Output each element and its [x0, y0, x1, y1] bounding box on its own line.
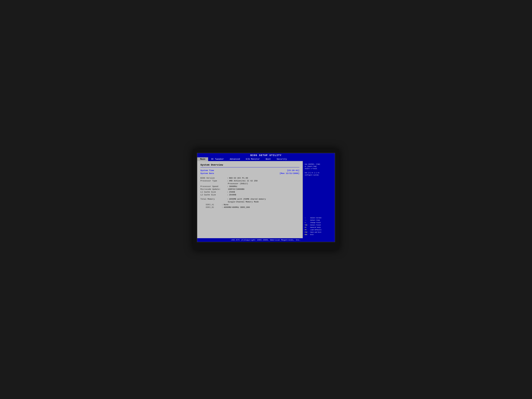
- microcode-update-label: Microcode Update:: [200, 188, 227, 190]
- processor-speed-colon: :: [227, 185, 228, 188]
- nav-item-security[interactable]: Security: [274, 157, 290, 161]
- ddr3-a1-colon: :: [222, 204, 223, 206]
- key-symbol-f10: F10: [305, 231, 310, 233]
- l1-cache-label: L1 Cache Size: [200, 191, 227, 193]
- key-symbol-tab: Tab: [305, 224, 310, 226]
- processor-type-extra: Processor (64bit): [228, 183, 299, 185]
- l2-cache-value: 2048KB: [229, 194, 236, 196]
- system-time-label: System Time: [200, 169, 214, 172]
- key-desc-updown: Select Item: [310, 219, 320, 221]
- system-time-row: System Time [23:29:41]: [200, 169, 299, 172]
- main-panel: System Overview System Time [23:29:41] S…: [197, 161, 303, 238]
- processor-type-value: AMD Athlon(tm) II X2 250: [229, 180, 258, 182]
- l1-cache-colon: :: [227, 191, 228, 193]
- help-line-2: or [SHIFT-TAB]: [305, 165, 333, 168]
- bios-version-label: BIOS Version: [200, 177, 227, 179]
- l2-cache-colon: :: [227, 194, 228, 196]
- key-symbol-updown: ↑↓: [305, 219, 310, 221]
- help-line-4: Use [+] or [-] to: [305, 172, 333, 174]
- time-date-section: System Time [23:29:41] System Date [Mon …: [200, 169, 299, 175]
- key-symbol-plusminus: +-: [305, 222, 310, 224]
- ddr3-a1-label: DDR3_A1: [206, 204, 222, 206]
- ddr3-a1-value: None: [224, 204, 228, 206]
- key-symbol-f1: F1: [305, 227, 310, 228]
- processor-type-label: Processor Type: [200, 180, 227, 182]
- key-row-arrows: ↔ Select Screen: [305, 217, 333, 219]
- key-desc-plusminus: Change Field: [310, 222, 321, 224]
- bios-version-value: N68-S3 UCC P1.60: [229, 177, 248, 179]
- l1-cache-row: L1 Cache Size : 256KB: [200, 191, 299, 193]
- processor-speed-row: Processor Speed : 3000MHz: [200, 185, 299, 188]
- l2-cache-label: L2 Cache Size: [200, 194, 227, 196]
- info-section: BIOS Version : N68-S3 UCC P1.60 Processo…: [200, 177, 299, 196]
- help-text-block-2: Use [+] or [-] to configure system.: [305, 172, 333, 176]
- key-symbol-arrows: ↔: [305, 217, 310, 219]
- total-memory-label: Total Memory: [200, 198, 227, 200]
- key-symbol-esc: ESC: [305, 234, 310, 236]
- key-symbol-f9: F9: [305, 229, 310, 231]
- right-keys-section: ↔ Select Screen ↑↓ Select Item +- Change…: [305, 217, 333, 236]
- key-row-updown: ↑↓ Select Item: [305, 219, 333, 221]
- help-line-5: configure system.: [305, 174, 333, 176]
- key-desc-f1: General Help: [310, 227, 321, 228]
- nav-item-hwmonitor[interactable]: H/W Monitor: [243, 157, 263, 161]
- ddr3-b1-value: 4096MB/400MHz DDR3_800: [224, 206, 250, 209]
- processor-speed-label: Processor Speed: [200, 185, 227, 188]
- content-area: System Overview System Time [23:29:41] S…: [197, 161, 335, 238]
- footer-text: v02.67C (C)Copyright 1985-2009, American…: [231, 239, 301, 241]
- key-row-f9: F9 Load Defaults: [305, 229, 333, 231]
- nav-item-main[interactable]: Main: [197, 157, 208, 161]
- nav-item-octweaker[interactable]: OC Tweaker: [208, 157, 227, 161]
- ddr3-a1-row: DDR3_A1 : None: [200, 204, 299, 206]
- section-title: System Overview: [200, 164, 299, 166]
- title-bar: BIOS SETUP UTILITY: [197, 153, 335, 157]
- microcode-update-value: 100F63/10000B6: [228, 188, 244, 190]
- nav-item-advanced[interactable]: Advanced: [227, 157, 243, 161]
- memory-section: Total Memory : 4096MB with 256MB shared …: [200, 198, 299, 209]
- key-row-f1: F1 General Help: [305, 227, 333, 228]
- help-text-block-1: Use [ENTER], [TAB] or [SHIFT-TAB] select…: [305, 163, 333, 170]
- help-line-1: Use [ENTER], [TAB]: [305, 163, 333, 165]
- nav-item-boot[interactable]: Boot: [263, 157, 274, 161]
- ddr3-b1-colon: :: [222, 206, 223, 209]
- key-row-tab: Tab Select Field: [305, 224, 333, 226]
- total-memory-extra: Single-Channel Memory Mode: [228, 201, 299, 203]
- system-time-value[interactable]: [23:29:41]: [287, 169, 299, 172]
- key-desc-f10: Save and Exit: [310, 231, 322, 233]
- microcode-update-row: Microcode Update: 100F63/10000B6: [200, 188, 299, 190]
- bios-version-row: BIOS Version : N68-S3 UCC P1.60: [200, 177, 299, 179]
- help-line-3: select a field.: [305, 168, 333, 170]
- system-date-label: System Date: [200, 172, 214, 175]
- screen: BIOS SETUP UTILITY Main OC Tweaker Advan…: [197, 153, 335, 242]
- section-divider: [200, 167, 299, 167]
- key-desc-esc: Exit: [310, 234, 314, 236]
- bios-title: BIOS SETUP UTILITY: [250, 154, 282, 157]
- footer: v02.67C (C)Copyright 1985-2009, American…: [197, 238, 335, 242]
- key-row-plusminus: +- Change Field: [305, 222, 333, 224]
- l1-cache-value: 256KB: [229, 191, 235, 193]
- right-spacer: [305, 178, 333, 217]
- key-desc-arrows: Select Screen: [310, 217, 322, 219]
- key-desc-tab: Select Field: [310, 224, 321, 226]
- l2-cache-row: L2 Cache Size : 2048KB: [200, 194, 299, 196]
- right-panel: Use [ENTER], [TAB] or [SHIFT-TAB] select…: [303, 161, 335, 238]
- monitor-frame: BIOS SETUP UTILITY Main OC Tweaker Advan…: [193, 149, 339, 250]
- total-memory-value: 4096MB with 256MB shared memory: [229, 198, 266, 200]
- processor-speed-value: 3000MHz: [229, 185, 237, 188]
- system-date-value[interactable]: [Mon 12/21/2099]: [279, 172, 299, 175]
- key-row-esc: ESC Exit: [305, 234, 333, 236]
- system-date-row: System Date [Mon 12/21/2099]: [200, 172, 299, 175]
- processor-type-row: Processor Type : AMD Athlon(tm) II X2 25…: [200, 180, 299, 182]
- processor-type-colon: :: [227, 180, 228, 182]
- total-memory-colon: :: [227, 198, 228, 200]
- ddr3-b1-row: DDR3_B1 : 4096MB/400MHz DDR3_800: [200, 206, 299, 209]
- key-row-f10: F10 Save and Exit: [305, 231, 333, 233]
- bios-version-colon: :: [227, 177, 228, 179]
- ddr3-b1-label: DDR3_B1: [206, 206, 222, 209]
- nav-bar: Main OC Tweaker Advanced H/W Monitor Boo…: [197, 157, 335, 161]
- key-desc-f9: Load Defaults: [310, 229, 322, 231]
- total-memory-row: Total Memory : 4096MB with 256MB shared …: [200, 198, 299, 200]
